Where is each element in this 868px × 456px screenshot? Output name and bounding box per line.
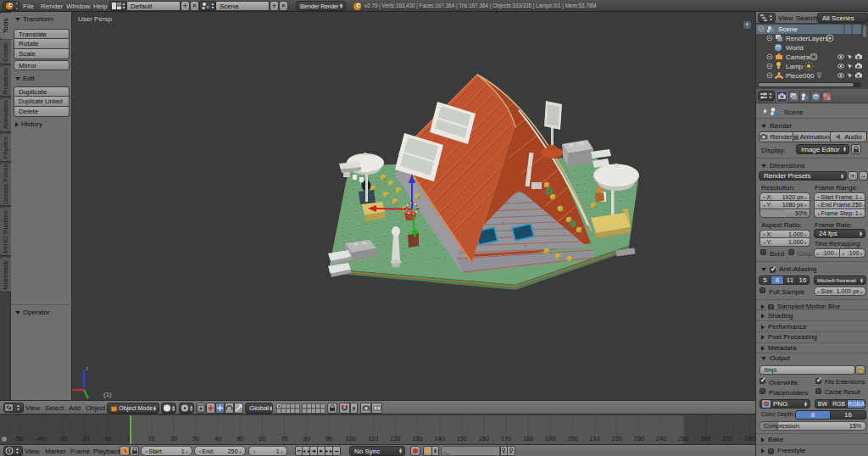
svg-text:110: 110 [368, 435, 378, 442]
svg-text:240: 240 [656, 435, 667, 442]
svg-text:-20: -20 [81, 435, 90, 442]
svg-text:280: 280 [744, 435, 755, 442]
svg-text:130: 130 [412, 435, 423, 442]
svg-text:|: | [804, 53, 805, 61]
svg-text:180: 180 [523, 435, 534, 442]
svg-text:20: 20 [170, 435, 177, 442]
svg-text:100: 100 [346, 435, 357, 442]
svg-text:230: 230 [634, 435, 645, 442]
svg-text:250: 250 [678, 435, 689, 442]
svg-text:190: 190 [545, 435, 556, 442]
svg-text:50: 50 [236, 435, 243, 442]
svg-text:Camera: Camera [786, 53, 810, 61]
svg-text:z: z [86, 365, 89, 371]
svg-text:|: | [798, 63, 800, 70]
svg-text:10: 10 [147, 435, 154, 442]
svg-text:220: 220 [612, 435, 623, 442]
svg-text:-10: -10 [103, 435, 112, 442]
svg-text:60: 60 [259, 435, 265, 442]
svg-text:-40: -40 [36, 435, 45, 442]
svg-text:|: | [809, 72, 810, 80]
svg-text:World: World [786, 44, 804, 52]
svg-text:40: 40 [214, 435, 221, 442]
svg-text:Scene: Scene [778, 25, 798, 33]
svg-text:70: 70 [281, 435, 287, 442]
svg-text:80: 80 [303, 435, 310, 442]
svg-text:150: 150 [456, 435, 467, 442]
svg-text:160: 160 [479, 435, 490, 442]
svg-text:-50: -50 [14, 435, 23, 442]
svg-text:260: 260 [700, 435, 711, 442]
svg-text:200: 200 [567, 435, 578, 442]
svg-text:170: 170 [501, 435, 512, 442]
svg-text:|: | [821, 35, 822, 42]
svg-text:30: 30 [192, 435, 199, 442]
svg-text:210: 210 [589, 435, 600, 442]
svg-text:270: 270 [722, 435, 733, 442]
svg-text:90: 90 [326, 435, 332, 442]
svg-text:Lamp: Lamp [786, 63, 804, 70]
svg-text:140: 140 [434, 435, 445, 442]
svg-text:-30: -30 [58, 435, 68, 442]
svg-text:120: 120 [390, 435, 401, 442]
